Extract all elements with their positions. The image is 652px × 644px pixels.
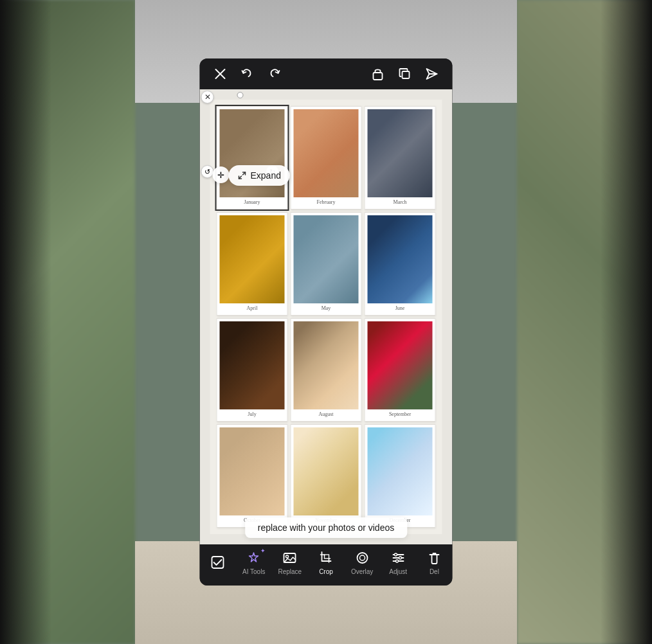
svg-point-12 xyxy=(359,555,365,560)
photo-label-june: June xyxy=(395,305,405,311)
photo-label-september: September xyxy=(389,411,411,417)
bg-edge-right xyxy=(601,0,652,644)
expand-label: Expand xyxy=(251,170,281,181)
move-handle[interactable]: ✛ xyxy=(213,166,230,183)
replace-icon xyxy=(282,550,298,566)
photo-label-august: August xyxy=(318,411,333,417)
photo-card-february[interactable]: February xyxy=(291,106,362,210)
photo-card-december[interactable]: December xyxy=(365,424,436,528)
lock-button[interactable] xyxy=(370,66,386,82)
toolbar-left-actions xyxy=(213,66,282,82)
expand-context-menu[interactable]: Expand xyxy=(229,165,290,186)
photo-card-october[interactable]: October xyxy=(217,424,288,528)
photo-label-january: January xyxy=(244,199,260,205)
svg-point-11 xyxy=(357,553,367,563)
photo-card-november[interactable]: November xyxy=(291,424,362,528)
tool-adjust[interactable]: Adjust xyxy=(382,550,414,575)
photo-label-april: April xyxy=(247,305,258,311)
selection-rotate-left-handle[interactable]: ↺ xyxy=(201,165,214,178)
svg-point-9 xyxy=(286,555,289,558)
adjust-label: Adjust xyxy=(389,568,407,575)
bg-edge-left xyxy=(0,0,51,644)
photo-card-august[interactable]: August xyxy=(291,318,362,422)
svg-rect-10 xyxy=(325,555,329,559)
checkbox-icon xyxy=(210,554,226,571)
tool-crop[interactable]: Crop xyxy=(310,550,342,575)
ai-tools-icon: ✦ xyxy=(246,550,262,566)
photo-label-may: May xyxy=(321,305,331,311)
tool-replace[interactable]: Replace xyxy=(274,550,306,575)
photo-card-january[interactable]: January xyxy=(217,106,288,210)
selection-top-handle[interactable] xyxy=(237,92,243,98)
delete-icon xyxy=(426,550,442,566)
overlay-icon xyxy=(354,550,370,566)
toolbar-bottom: ✦ AI Tools Replace xyxy=(200,544,453,586)
photo-card-march[interactable]: March xyxy=(365,106,436,210)
toolbar-top xyxy=(200,58,453,89)
photo-label-july: July xyxy=(248,411,256,417)
photo-card-april[interactable]: April xyxy=(217,212,288,316)
redo-button[interactable] xyxy=(267,66,282,82)
expand-icon xyxy=(238,171,247,180)
selection-close-handle[interactable]: ✕ xyxy=(201,91,214,103)
photo-label-march: March xyxy=(394,199,407,205)
tool-checkbox[interactable] xyxy=(202,554,234,571)
duplicate-button[interactable] xyxy=(397,66,413,82)
tooltip-banner: replace with your photos or videos xyxy=(245,517,407,538)
replace-label: Replace xyxy=(278,568,302,575)
photo-card-may[interactable]: May xyxy=(291,212,362,316)
tooltip-text: replace with your photos or videos xyxy=(258,523,394,533)
svg-rect-2 xyxy=(374,73,383,80)
tool-delete[interactable]: Del xyxy=(418,550,450,575)
undo-button[interactable] xyxy=(240,66,255,82)
send-button[interactable] xyxy=(424,66,440,82)
svg-point-16 xyxy=(394,553,397,556)
svg-rect-3 xyxy=(403,71,410,78)
crop-icon xyxy=(318,550,334,566)
adjust-icon xyxy=(390,550,406,566)
photo-card-september[interactable]: September xyxy=(365,318,436,422)
svg-point-18 xyxy=(395,560,398,562)
photo-card-june[interactable]: June xyxy=(365,212,436,316)
svg-point-17 xyxy=(399,557,401,559)
ai-tools-label: AI Tools xyxy=(242,568,265,575)
crop-label: Crop xyxy=(319,568,333,575)
tool-ai-tools[interactable]: ✦ AI Tools xyxy=(238,550,270,575)
tool-overlay[interactable]: Overlay xyxy=(346,550,378,575)
toolbar-right-actions xyxy=(370,66,440,82)
canvas-area: January February March April May xyxy=(200,89,453,544)
overlay-label: Overlay xyxy=(351,568,373,575)
phone-frame: January February March April May xyxy=(200,58,453,586)
delete-label: Del xyxy=(430,568,439,575)
close-button[interactable] xyxy=(213,66,228,82)
photo-label-february: February xyxy=(317,199,336,205)
photo-card-july[interactable]: July xyxy=(217,318,288,422)
